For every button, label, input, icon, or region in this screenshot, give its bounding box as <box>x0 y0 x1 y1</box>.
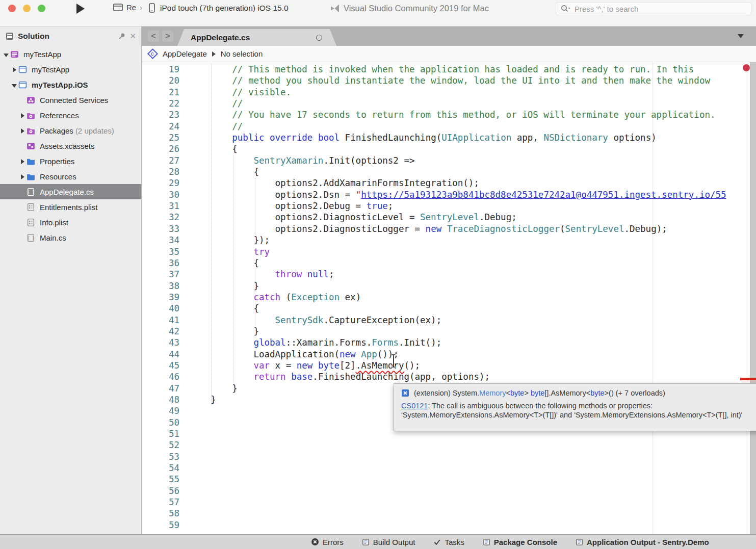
line-number-52[interactable]: 52 <box>142 439 179 451</box>
disclosure-right-icon[interactable] <box>18 157 27 166</box>
code-line-38[interactable]: } <box>189 280 756 292</box>
code-line-28[interactable]: { <box>189 166 756 177</box>
sidebar-item-info-plist[interactable]: Info.plist <box>0 215 141 230</box>
line-number-28[interactable]: 28 <box>142 166 179 177</box>
code-line-22[interactable]: // <box>189 98 756 109</box>
line-number-23[interactable]: 23 <box>142 109 179 120</box>
line-number-25[interactable]: 25 <box>142 132 179 143</box>
run-button[interactable] <box>75 3 87 14</box>
tab-appdelegate[interactable]: AppDelegate.cs <box>177 29 336 46</box>
line-number-41[interactable]: 41 <box>142 315 179 326</box>
code-line-37[interactable]: throw null; <box>189 269 756 280</box>
line-number-19[interactable]: 19 <box>142 64 179 75</box>
line-number-27[interactable]: 27 <box>142 155 179 166</box>
line-number-30[interactable]: 30 <box>142 189 179 200</box>
line-number-44[interactable]: 44 <box>142 349 179 360</box>
line-number-49[interactable]: 49 <box>142 405 179 416</box>
code-line-35[interactable]: try <box>189 246 756 257</box>
line-number-22[interactable]: 22 <box>142 98 179 109</box>
line-number-57[interactable]: 57 <box>142 496 179 508</box>
code-line-20[interactable]: // method you should instantiate the win… <box>189 75 756 86</box>
line-number-45[interactable]: 45 <box>142 360 179 371</box>
line-number-38[interactable]: 38 <box>142 280 179 292</box>
editor-scrollbar[interactable] <box>750 62 756 534</box>
sidebar-item-mytestapp-ios[interactable]: myTestApp.iOS <box>0 77 141 92</box>
code-line-27[interactable]: SentryXamarin.Init(options2 => <box>189 155 756 166</box>
disclosure-right-icon[interactable] <box>18 126 27 135</box>
line-number-20[interactable]: 20 <box>142 75 179 86</box>
code-line-57[interactable] <box>189 496 756 508</box>
close-window-button[interactable] <box>8 5 16 12</box>
line-number-46[interactable]: 46 <box>142 371 179 382</box>
zoom-window-button[interactable] <box>38 5 45 12</box>
error-code-link[interactable]: CS0121 <box>401 402 428 410</box>
code-line-52[interactable] <box>189 439 756 451</box>
code-line-55[interactable] <box>189 474 756 485</box>
line-number-35[interactable]: 35 <box>142 246 179 257</box>
global-search-field[interactable]: Press '^,' to search <box>556 2 751 15</box>
disclosure-right-icon[interactable] <box>10 65 18 74</box>
code-line-56[interactable] <box>189 485 756 496</box>
panel-tab-application-output-sentry-demo[interactable]: Application Output - Sentry.Demo <box>576 538 709 546</box>
sidebar-item-mytestapp[interactable]: myTestApp <box>0 62 141 77</box>
code-line-41[interactable]: SentrySdk.CaptureException(ex); <box>189 315 756 326</box>
navigate-back-button[interactable]: < <box>148 31 159 42</box>
breadcrumb-class[interactable]: AppDelegate <box>163 49 207 58</box>
disclosure-right-icon[interactable] <box>18 111 27 120</box>
code-line-29[interactable]: options2.AddXamarinFormsIntegration(); <box>189 177 756 189</box>
disclosure-right-icon[interactable] <box>18 172 27 181</box>
code-line-40[interactable]: { <box>189 303 756 314</box>
sidebar-item-entitlements-plist[interactable]: Entitlements.plist <box>0 199 141 215</box>
code-line-36[interactable]: { <box>189 257 756 269</box>
panel-tab-tasks[interactable]: Tasks <box>433 538 464 546</box>
line-number-54[interactable]: 54 <box>142 462 179 474</box>
minimize-window-button[interactable] <box>23 5 31 12</box>
tab-list-dropdown-icon[interactable] <box>738 34 744 38</box>
device-selector[interactable]: iPod touch (7th generation) iOS 15.0 <box>149 3 289 13</box>
sidebar-item-references[interactable]: References <box>0 108 141 123</box>
code-line-42[interactable]: } <box>189 326 756 337</box>
sidebar-item-connected-services[interactable]: Connected Services <box>0 92 141 108</box>
line-number-53[interactable]: 53 <box>142 451 179 462</box>
line-number-43[interactable]: 43 <box>142 337 179 348</box>
navigate-forward-button[interactable]: > <box>162 31 173 42</box>
line-number-34[interactable]: 34 <box>142 234 179 246</box>
sidebar-item-properties[interactable]: Properties <box>0 153 141 169</box>
line-number-47[interactable]: 47 <box>142 383 179 394</box>
line-number-37[interactable]: 37 <box>142 269 179 280</box>
line-number-42[interactable]: 42 <box>142 326 179 337</box>
code-line-44[interactable]: LoadApplication(new App()); <box>189 349 756 360</box>
code-line-26[interactable]: { <box>189 143 756 154</box>
line-number-40[interactable]: 40 <box>142 303 179 314</box>
code-line-58[interactable] <box>189 508 756 519</box>
breadcrumb-selection[interactable]: No selection <box>221 49 263 58</box>
sidebar-item-mytestapp[interactable]: myTestApp <box>0 46 141 62</box>
line-number-56[interactable]: 56 <box>142 485 179 496</box>
code-line-31[interactable]: options2.Debug = true; <box>189 200 756 212</box>
disclosure-down-icon[interactable] <box>2 50 10 59</box>
sidebar-item-main-cs[interactable]: { }Main.cs <box>0 230 141 245</box>
disclosure-down-icon[interactable] <box>10 81 18 89</box>
code-line-59[interactable] <box>189 519 756 531</box>
line-number-39[interactable]: 39 <box>142 292 179 303</box>
code-line-25[interactable]: public override bool FinishedLaunching(U… <box>189 132 756 143</box>
sidebar-item-appdelegate-cs[interactable]: { }AppDelegate.cs <box>0 184 141 199</box>
panel-tab-build-output[interactable]: Build Output <box>362 538 415 546</box>
panel-tab-package-console[interactable]: Package Console <box>483 538 557 546</box>
build-configuration-selector[interactable]: Re › <box>113 3 142 12</box>
close-pad-icon[interactable]: ✕ <box>129 32 136 41</box>
sidebar-item-assets-xcassets[interactable]: Assets.xcassets <box>0 138 141 153</box>
line-number-55[interactable]: 55 <box>142 474 179 485</box>
code-line-30[interactable]: options2.Dsn = "https://5a193123a9b841bc… <box>189 189 756 200</box>
line-number-26[interactable]: 26 <box>142 143 179 154</box>
line-number-59[interactable]: 59 <box>142 519 179 531</box>
line-number-29[interactable]: 29 <box>142 177 179 189</box>
code-line-46[interactable]: return base.FinishedLaunching(app, optio… <box>189 371 756 382</box>
code-line-32[interactable]: options2.DiagnosticLevel = SentryLevel.D… <box>189 212 756 223</box>
code-line-54[interactable] <box>189 462 756 474</box>
panel-tab-errors[interactable]: Errors <box>311 538 344 546</box>
code-line-34[interactable]: }); <box>189 234 756 246</box>
line-number-31[interactable]: 31 <box>142 200 179 212</box>
line-number-48[interactable]: 48 <box>142 394 179 405</box>
line-number-33[interactable]: 33 <box>142 223 179 234</box>
